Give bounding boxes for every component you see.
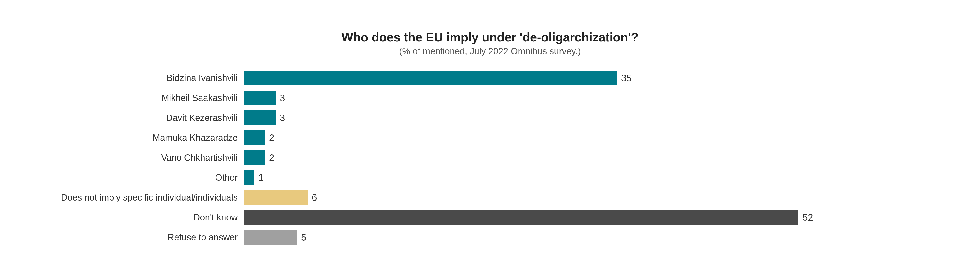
bar [243, 170, 254, 185]
bar-row: Don't know52 [54, 210, 926, 225]
chart-container: Who does the EU imply under 'de-oligarch… [40, 21, 941, 259]
bar-value: 2 [269, 153, 274, 163]
bar-track: 2 [243, 130, 274, 145]
bar [243, 71, 617, 85]
bar-value: 1 [258, 172, 264, 183]
bar-row: Vano Chkhartishvili2 [54, 150, 926, 165]
bar-label: Mamuka Khazaradze [54, 133, 243, 143]
bar-row: Other1 [54, 170, 926, 185]
bar-label: Refuse to answer [54, 232, 243, 243]
bar [243, 190, 307, 205]
bar-row: Mikheil Saakashvili3 [54, 91, 926, 105]
bar-track: 35 [243, 71, 632, 85]
bar-label: Other [54, 173, 243, 183]
bar-label: Bidzina Ivanishvili [54, 73, 243, 83]
bars-container: Bidzina Ivanishvili35Mikheil Saakashvili… [54, 71, 926, 245]
bar-value: 2 [269, 132, 274, 143]
bar-value: 52 [803, 212, 813, 223]
bar [243, 110, 275, 125]
bar-label: Davit Kezerashvili [54, 113, 243, 123]
bar-row: Does not imply specific individual/indiv… [54, 190, 926, 205]
bar-label: Mikheil Saakashvili [54, 93, 243, 103]
bar [243, 230, 297, 245]
bar-row: Refuse to answer5 [54, 230, 926, 245]
bar-row: Davit Kezerashvili3 [54, 110, 926, 125]
bar-value: 3 [280, 113, 285, 123]
bar [243, 130, 265, 145]
bar [243, 91, 275, 105]
bar-track: 52 [243, 210, 813, 225]
bar-track: 2 [243, 150, 274, 165]
bar-row: Mamuka Khazaradze2 [54, 130, 926, 145]
bar [243, 150, 265, 165]
bar-label: Don't know [54, 212, 243, 223]
chart-subtitle: (% of mentioned, July 2022 Omnibus surve… [54, 46, 926, 56]
bar-value: 6 [312, 192, 317, 203]
bar-value: 3 [280, 93, 285, 103]
bar-track: 5 [243, 230, 306, 245]
bar-label: Does not imply specific individual/indiv… [54, 192, 243, 203]
bar-track: 1 [243, 170, 264, 185]
bar-track: 3 [243, 91, 285, 105]
bar-track: 6 [243, 190, 317, 205]
bar-track: 3 [243, 110, 285, 125]
bar [243, 210, 799, 225]
bar-value: 5 [301, 232, 306, 243]
bar-label: Vano Chkhartishvili [54, 153, 243, 163]
chart-title: Who does the EU imply under 'de-oligarch… [54, 30, 926, 45]
bar-value: 35 [621, 73, 632, 83]
bar-row: Bidzina Ivanishvili35 [54, 71, 926, 85]
